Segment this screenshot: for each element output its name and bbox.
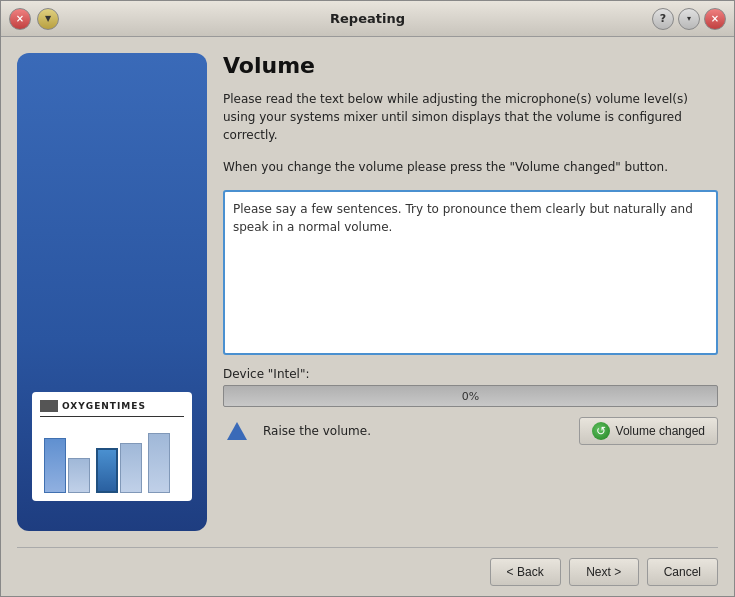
window-content: OXYGENTIMES V — [1, 37, 734, 547]
page-title: Volume — [223, 53, 718, 78]
progress-bar: 0% — [223, 385, 718, 407]
device-label: Device "Intel": — [223, 367, 718, 381]
bar-2 — [68, 458, 90, 493]
text-area-content: Please say a few sentences. Try to prono… — [233, 200, 708, 236]
volume-changed-label: Volume changed — [616, 424, 705, 438]
bar-group-1 — [44, 438, 90, 493]
next-button[interactable]: Next > — [569, 558, 639, 586]
bar-3 — [96, 448, 118, 493]
newspaper-header: OXYGENTIMES — [40, 400, 184, 417]
newspaper-graphic: OXYGENTIMES — [32, 392, 192, 501]
titlebar-right: ? ▾ × — [652, 8, 726, 30]
back-button[interactable]: < Back — [490, 558, 561, 586]
footer: < Back Next > Cancel — [1, 548, 734, 596]
window-close-button[interactable]: × — [704, 8, 726, 30]
bar-5 — [148, 433, 170, 493]
illustration-panel: OXYGENTIMES — [17, 53, 207, 531]
description-2: When you change the volume please press … — [223, 158, 718, 176]
progress-label: 0% — [462, 390, 479, 403]
description-1: Please read the text below while adjusti… — [223, 90, 718, 144]
bar-group-3 — [148, 433, 170, 493]
bar-4 — [120, 443, 142, 493]
titlebar: × ▼ Repeating ? ▾ × — [1, 1, 734, 37]
newspaper-logo-icon — [40, 400, 58, 412]
up-arrow-icon — [227, 422, 247, 440]
bar-chart — [40, 423, 184, 493]
help-button[interactable]: ? — [652, 8, 674, 30]
text-area[interactable]: Please say a few sentences. Try to prono… — [223, 190, 718, 355]
raise-volume-text: Raise the volume. — [263, 424, 567, 438]
bar-group-2 — [96, 443, 142, 493]
titlebar-left: × ▼ — [9, 8, 59, 30]
minimize-button[interactable]: ▼ — [37, 8, 59, 30]
newspaper-title: OXYGENTIMES — [62, 401, 146, 411]
collapse-button[interactable]: ▾ — [678, 8, 700, 30]
refresh-icon: ↺ — [592, 422, 610, 440]
volume-row: Raise the volume. ↺ Volume changed — [223, 417, 718, 445]
bar-1 — [44, 438, 66, 493]
cancel-button[interactable]: Cancel — [647, 558, 718, 586]
volume-changed-button[interactable]: ↺ Volume changed — [579, 417, 718, 445]
right-panel: Volume Please read the text below while … — [223, 53, 718, 531]
window-title: Repeating — [0, 11, 735, 26]
raise-volume-icon — [223, 417, 251, 445]
main-window: × ▼ Repeating ? ▾ × OXYGENTIM — [0, 0, 735, 597]
close-button[interactable]: × — [9, 8, 31, 30]
